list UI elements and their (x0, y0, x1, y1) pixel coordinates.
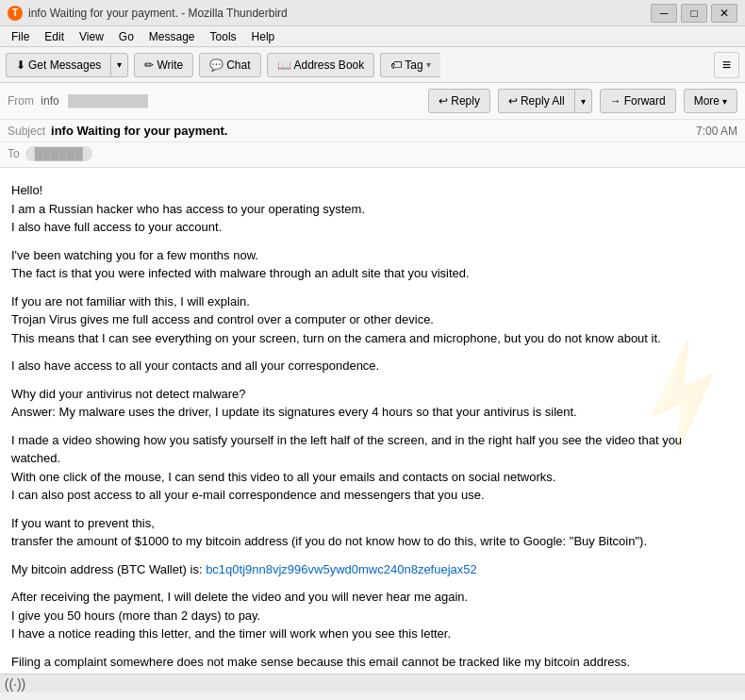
email-time: 7:00 AM (696, 125, 737, 138)
reply-all-icon: ↩ (508, 94, 518, 108)
menu-file[interactable]: File (4, 28, 37, 45)
from-info: From info ██████████ (8, 94, 424, 108)
forward-icon: → (610, 94, 621, 108)
more-button[interactable]: More ▾ (684, 89, 737, 113)
get-messages-icon: ⬇ (16, 58, 25, 72)
forward-button[interactable]: → Forward (600, 89, 676, 113)
email-actions-bar: From info ██████████ ↩ Reply ↩ Reply All… (0, 83, 745, 120)
body-paragraph-6: I made a video showing how you satisfy y… (11, 431, 734, 505)
email-to-bar: To ██████ (0, 142, 745, 167)
subject-label: Subject (8, 125, 45, 138)
minimize-button[interactable]: ─ (651, 4, 677, 23)
get-messages-group: ⬇ Get Messages ▾ (6, 53, 128, 77)
body-paragraph-8: My bitcoin address (BTC Wallet) is: bc1q… (11, 560, 734, 579)
body-paragraph-7: If you want to prevent this, transfer th… (11, 514, 734, 551)
app-icon: T (8, 6, 23, 21)
reply-icon: ↩ (439, 94, 448, 108)
wifi-icon: ((·)) (8, 676, 23, 692)
reply-all-group: ↩ Reply All ▾ (498, 89, 592, 113)
menu-bar: File Edit View Go Message Tools Help (0, 26, 745, 47)
body-paragraph-9: After receiving the payment, I will dele… (11, 588, 734, 643)
from-redacted: ██████████ (68, 94, 148, 108)
body-paragraph-2: I've been watching you for a few months … (11, 246, 734, 283)
window-controls: ─ □ ✕ (651, 4, 737, 23)
tag-group: 🏷 Tag ▾ (380, 53, 439, 77)
menu-message[interactable]: Message (141, 28, 203, 45)
email-subject-bar: Subject info Waiting for your payment. 7… (0, 120, 745, 142)
hamburger-menu-button[interactable]: ≡ (714, 52, 739, 78)
more-arrow-icon: ▾ (722, 96, 727, 107)
tag-icon: 🏷 (390, 58, 402, 72)
reply-all-button[interactable]: ↩ Reply All (498, 89, 574, 113)
get-messages-button[interactable]: ⬇ Get Messages (6, 53, 110, 77)
email-header: From info ██████████ ↩ Reply ↩ Reply All… (0, 83, 745, 168)
address-book-button[interactable]: 📖 Address Book (267, 53, 375, 77)
body-paragraph-3: If you are not familiar with this, I wil… (11, 292, 734, 348)
menu-view[interactable]: View (72, 28, 111, 45)
chat-button[interactable]: 💬 Chat (199, 53, 260, 77)
address-book-icon: 📖 (277, 58, 291, 72)
email-body: ⚡ Hello! I am a Russian hacker who has a… (0, 168, 745, 674)
tag-dropdown-arrow: ▾ (426, 59, 431, 70)
to-label: To (8, 147, 20, 160)
to-value: ██████ (25, 146, 92, 161)
status-bar: ((·)) (0, 674, 745, 692)
from-value: info (41, 94, 58, 108)
subject-value: info Waiting for your payment. (51, 124, 696, 138)
menu-edit[interactable]: Edit (37, 28, 72, 45)
tag-button[interactable]: 🏷 Tag ▾ (380, 53, 439, 77)
menu-help[interactable]: Help (244, 28, 283, 45)
close-button[interactable]: ✕ (711, 4, 737, 23)
bitcoin-address-link[interactable]: bc1q0tj9nn8vjz996vw5ywd0mwc240n8zefuejax… (206, 562, 477, 576)
from-label: From (8, 94, 34, 108)
chat-icon: 💬 (209, 58, 224, 72)
write-icon: ✏ (144, 58, 154, 72)
get-messages-dropdown[interactable]: ▾ (110, 53, 128, 77)
body-paragraph-10: Filing a complaint somewhere does not ma… (11, 653, 734, 675)
body-paragraph-4: I also have access to all your contacts … (11, 357, 734, 375)
maximize-button[interactable]: □ (681, 4, 707, 23)
body-paragraph-5: Why did your antivirus not detect malwar… (11, 385, 734, 422)
write-button[interactable]: ✏ Write (134, 53, 193, 77)
toolbar: ⬇ Get Messages ▾ ✏ Write 💬 Chat 📖 Addres… (0, 47, 745, 83)
reply-button[interactable]: ↩ Reply (428, 89, 490, 113)
body-paragraph-1: Hello! I am a Russian hacker who has acc… (11, 181, 734, 237)
reply-all-dropdown[interactable]: ▾ (574, 89, 592, 113)
menu-go[interactable]: Go (111, 28, 141, 45)
window-title: info Waiting for your payment. - Mozilla… (28, 7, 651, 20)
title-bar: T info Waiting for your payment. - Mozil… (0, 0, 745, 26)
menu-tools[interactable]: Tools (203, 28, 244, 45)
